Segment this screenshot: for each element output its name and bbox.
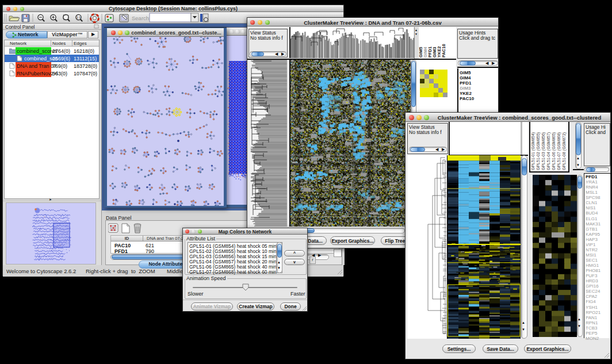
svg-text:GPL51-04 (GSM857): GPL51-04 (GSM857) [546,132,551,170]
svg-text:GPL51-08 (GSM872): GPL51-08 (GSM872) [562,132,567,170]
svg-text:Search:: Search: [132,15,151,21]
svg-text:PAC10: PAC10 [441,44,446,58]
svg-text:GPL51-02 (GSM855): GPL51-02 (GSM855) [536,132,541,170]
svg-text:GPL51-06 (GSM865): GPL51-06 (GSM865) [552,132,556,170]
svg-text:GPL51-01 (GSM854): GPL51-01 (GSM854) [531,132,536,170]
svg-text:1:1: 1:1 [76,16,81,19]
svg-text:GPL51-03 (GSM856): GPL51-03 (GSM856) [541,132,546,170]
svg-text:GPL51-07 (GSM868): GPL51-07 (GSM868) [557,132,561,170]
